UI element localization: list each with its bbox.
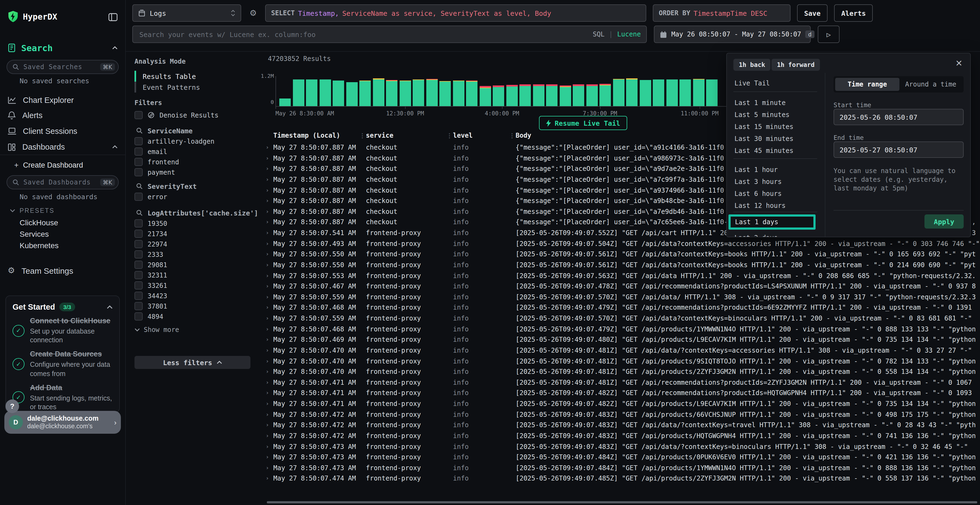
table-row[interactable]: › May 27 8:50:07.473 AM frontend-proxy i… — [259, 452, 980, 463]
table-row[interactable]: › May 27 8:50:07.472 AM frontend-proxy i… — [259, 420, 980, 431]
filter-option[interactable]: 2333 — [134, 249, 250, 260]
row-expand-icon[interactable]: › — [266, 251, 269, 257]
chevron-up-icon[interactable] — [112, 46, 118, 49]
get-started-item[interactable]: ✓ Create Data Sources Configure where yo… — [13, 350, 113, 378]
shift-1h-back-button[interactable]: 1h back — [733, 59, 771, 71]
create-dashboard-button[interactable]: + Create Dashboard — [0, 158, 125, 172]
search-input[interactable] — [138, 30, 588, 39]
row-expand-icon[interactable]: › — [266, 144, 269, 150]
row-expand-icon[interactable]: › — [266, 475, 269, 481]
quick-range-last-1-days-selected[interactable]: Last 1 days — [729, 214, 816, 230]
row-expand-icon[interactable]: › — [266, 219, 269, 225]
table-row[interactable]: › May 27 8:50:07.472 AM frontend-proxy i… — [259, 431, 980, 441]
column-resize-handle[interactable]: ⋮ — [509, 132, 515, 139]
row-expand-icon[interactable]: › — [266, 305, 269, 310]
row-expand-icon[interactable]: › — [266, 197, 269, 203]
table-row[interactable]: › May 27 8:50:07.472 AM frontend-proxy i… — [259, 410, 980, 420]
row-expand-icon[interactable]: › — [266, 368, 269, 375]
filter-option[interactable]: 22974 — [134, 239, 250, 249]
table-row[interactable]: › May 27 8:50:07.559 AM frontend-proxy i… — [259, 313, 980, 324]
table-row[interactable]: › May 27 8:50:07.470 AM frontend-proxy i… — [259, 356, 980, 367]
filter-option[interactable]: 33261 — [134, 280, 250, 291]
row-expand-icon[interactable]: › — [266, 230, 269, 236]
quick-range-item[interactable]: Last 5 minutes — [735, 109, 832, 121]
row-expand-icon[interactable]: › — [266, 390, 269, 396]
quick-range-live-tail[interactable]: Live Tail — [735, 78, 770, 88]
row-expand-icon[interactable]: › — [266, 326, 269, 332]
row-expand-icon[interactable]: › — [266, 262, 269, 268]
sidebar-item-chart-explorer[interactable]: Chart Explorer — [0, 92, 125, 108]
resume-live-tail-button[interactable]: Resume Live Tail — [539, 116, 627, 130]
table-row[interactable]: › May 27 8:50:07.470 AM frontend-proxy i… — [259, 346, 980, 356]
filter-option[interactable]: 37801 — [134, 301, 250, 311]
row-expand-icon[interactable]: › — [266, 465, 269, 471]
row-expand-icon[interactable]: › — [266, 240, 269, 246]
checkbox[interactable] — [134, 219, 143, 227]
col-header-level[interactable]: level — [453, 132, 511, 139]
row-expand-icon[interactable]: › — [266, 411, 269, 417]
end-time-input[interactable]: 2025-05-27 08:50:07 — [834, 141, 964, 158]
row-expand-icon[interactable]: › — [266, 166, 269, 172]
preset-dashboard-link[interactable]: ClickHouse — [20, 217, 118, 228]
row-expand-icon[interactable]: › — [266, 400, 269, 407]
table-row[interactable]: › May 27 8:50:07.473 AM frontend-proxy i… — [259, 441, 980, 452]
table-row[interactable]: › May 27 8:50:07.550 AM frontend-proxy i… — [259, 260, 980, 271]
tab-time-range[interactable]: Time range — [835, 78, 899, 91]
row-expand-icon[interactable]: › — [266, 315, 269, 321]
filter-option[interactable]: artillery-loadgen — [134, 136, 250, 146]
search-icon[interactable] — [136, 127, 143, 134]
sidebar-item-dashboards[interactable]: Dashboards — [0, 139, 125, 154]
time-range-input[interactable]: May 26 08:50:07 - May 27 08:50:07 d — [654, 25, 811, 43]
source-select[interactable]: Logs — [132, 4, 241, 22]
checkbox[interactable] — [134, 312, 143, 321]
row-expand-icon[interactable]: › — [266, 337, 269, 343]
quick-range-item[interactable]: Last 6 hours — [735, 188, 832, 200]
checkbox[interactable] — [134, 281, 143, 289]
sql-mode-toggle[interactable]: SQL — [593, 30, 605, 38]
chevron-up-icon[interactable] — [112, 145, 118, 149]
table-row[interactable]: › May 27 8:50:07.471 AM frontend-proxy i… — [259, 378, 980, 388]
sidebar-item-team-settings[interactable]: ⚙ Team Settings — [0, 262, 125, 279]
column-resize-handle[interactable]: ⋮ — [447, 132, 452, 139]
table-row[interactable]: › May 27 8:50:07.559 AM frontend-proxy i… — [259, 292, 980, 303]
filter-option[interactable]: 34423 — [134, 291, 250, 301]
filter-option[interactable]: payment — [134, 167, 250, 178]
col-header-timestamp[interactable]: Timestamp (Local) — [273, 132, 361, 139]
saved-searches-input[interactable]: Saved Searches ⌘K — [6, 60, 119, 74]
table-row[interactable]: › May 27 8:50:07.550 AM frontend-proxy i… — [259, 249, 980, 260]
close-icon[interactable]: × — [955, 58, 963, 68]
search-icon[interactable] — [136, 183, 143, 189]
row-expand-icon[interactable]: › — [266, 422, 269, 428]
checkbox[interactable] — [134, 168, 143, 176]
table-row[interactable]: › May 27 8:50:07.468 AM frontend-proxy i… — [259, 324, 980, 335]
filter-option[interactable]: email — [134, 146, 250, 157]
quick-range-item[interactable]: Last 15 minutes — [735, 121, 832, 133]
table-row[interactable]: › May 27 8:50:07.467 AM frontend-proxy i… — [259, 281, 980, 292]
source-settings-gear-icon[interactable]: ⚙ — [248, 8, 259, 18]
lucene-mode-toggle[interactable]: Lucene — [617, 30, 641, 38]
sidebar-item-alerts[interactable]: Alerts — [0, 108, 125, 123]
filter-option[interactable]: frontend — [134, 157, 250, 167]
events-histogram[interactable] — [275, 76, 726, 106]
row-expand-icon[interactable]: › — [266, 358, 269, 364]
checkbox[interactable] — [134, 250, 143, 259]
select-clause-input[interactable]: SELECT Timestamp, ServiceName as service… — [265, 4, 646, 22]
quick-range-item[interactable]: Last 30 minutes — [735, 133, 832, 145]
row-expand-icon[interactable]: › — [266, 208, 269, 214]
filter-option[interactable]: 4894 — [134, 311, 250, 322]
checkbox[interactable] — [134, 260, 143, 269]
search-icon[interactable] — [136, 210, 143, 216]
checkbox[interactable] — [134, 292, 143, 300]
table-row[interactable]: › May 27 8:50:07.468 AM frontend-proxy i… — [259, 303, 980, 313]
apply-button[interactable]: Apply — [924, 214, 964, 229]
table-row[interactable]: › May 27 8:50:07.553 AM frontend-proxy i… — [259, 271, 980, 281]
row-expand-icon[interactable]: › — [266, 347, 269, 353]
checkbox[interactable] — [134, 148, 143, 156]
checkbox[interactable] — [134, 271, 143, 279]
filter-option[interactable]: error — [134, 192, 250, 202]
filter-option[interactable]: 19350 — [134, 218, 250, 229]
mode-results-table[interactable]: Results Table — [134, 71, 249, 82]
filter-option[interactable]: 21734 — [134, 229, 250, 239]
quick-range-item[interactable]: Last 1 minute — [735, 97, 832, 109]
row-expand-icon[interactable]: › — [266, 176, 269, 182]
